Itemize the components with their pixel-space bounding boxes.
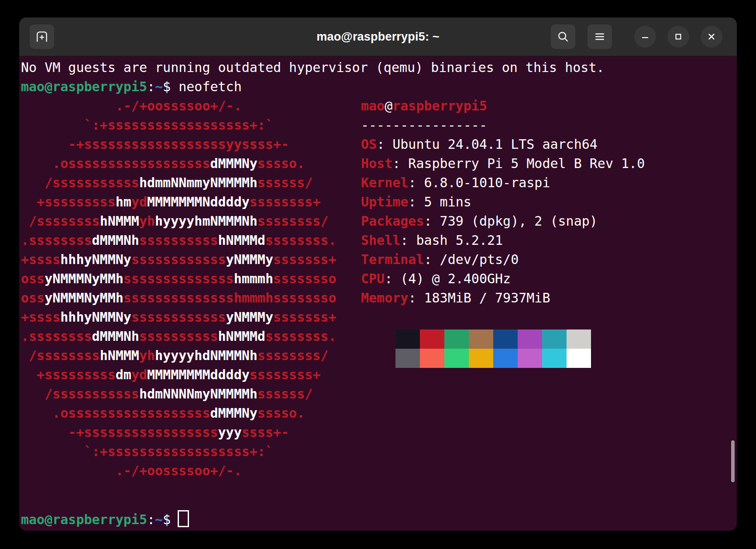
palette-swatch [420,329,444,349]
output-line: No VM guests are running outdated hyperv… [21,58,605,77]
info-row: Terminal: /dev/pts/0 [361,250,645,269]
info-title-host: raspberrypi5 [392,98,487,113]
terminal-window: mao@raspberrypi5: ~ No VM guests are run… [19,17,737,531]
terminal-cursor [178,510,189,527]
info-row: Memory: 183MiB / 7937MiB [361,288,645,308]
headerbar: mao@raspberrypi5: ~ [19,17,737,56]
info-row: OS: Ubuntu 24.04.1 LTS aarch64 [361,135,645,154]
prompt-symbol: $ [163,79,171,94]
window-title: mao@raspberrypi5: ~ [19,17,737,56]
palette-swatch [567,329,591,349]
info-row: Kernel: 6.8.0-1010-raspi [361,173,645,192]
info-title: mao@raspberrypi5 [361,96,645,116]
info-row: Shell: bash 5.2.21 [361,231,645,250]
palette-swatch [542,349,567,368]
palette-swatch [444,349,469,368]
ascii-art-line: `:+ssssssssssssssssss+:` [21,442,605,461]
color-palette [395,329,591,368]
info-row: Uptime: 5 mins [361,192,645,212]
close-button[interactable] [701,26,722,48]
neofetch-info: mao@raspberrypi5 ---------------- OS: Ub… [361,96,645,308]
neofetch-info-rows: OS: Ubuntu 24.04.1 LTS aarch64Host: Rasp… [361,135,645,308]
prompt-path: ~ [155,79,163,94]
ascii-art-line: +sssshhhyNMMNyssssssssssssyNMMMysssssss+ [21,308,605,327]
info-row: CPU: (4) @ 2.400GHz [361,269,645,288]
prompt-command: neofetch [179,79,242,94]
palette-swatch [444,329,469,349]
palette-swatch [469,329,493,349]
scrollbar-thumb[interactable] [731,440,735,482]
shell-prompt: mao@raspberrypi5:~$ neofetch [21,77,605,96]
info-underline: ---------------- [361,116,645,135]
terminal-screen[interactable]: No VM guests are running outdated hyperv… [19,56,737,531]
search-icon [557,30,570,43]
maximize-button[interactable] [667,26,689,48]
palette-swatch [469,349,493,368]
minimize-icon [639,31,651,42]
palette-swatch [567,349,591,368]
palette-swatch [493,349,518,368]
minimize-button[interactable] [634,26,656,48]
search-button[interactable] [551,24,575,49]
info-title-user: mao [361,98,385,113]
prompt-separator: : [147,79,155,94]
prompt-user-host: mao@raspberrypi5 [21,79,147,94]
ascii-art-line: .ossssssssssssssssssdMMMNysssso. [21,404,605,423]
ascii-art-line: -+sssssssssssssssssyyyssss+- [21,423,605,442]
ascii-art-line: +sssssssssdmydMMMMMMMMddddyssssssss+ [21,365,605,384]
prompt-separator: : [147,512,155,527]
palette-swatch [395,329,420,349]
close-icon [706,31,717,42]
palette-swatch [518,349,542,368]
palette-swatch [395,349,420,368]
shell-prompt-bottom: mao@raspberrypi5:~$ [21,510,189,529]
palette-swatch [420,349,444,368]
palette-swatch [493,329,518,349]
menu-button[interactable] [588,24,612,49]
prompt-symbol: $ [163,512,171,527]
palette-swatch [542,329,567,349]
prompt-path: ~ [155,512,163,527]
ascii-art-line: .-/+oossssoo+/-. [21,461,605,480]
maximize-icon [673,31,684,42]
info-title-at: @ [385,98,392,113]
prompt-user-host: mao@raspberrypi5 [21,512,147,527]
info-row: Host: Raspberry Pi 5 Model B Rev 1.0 [361,154,645,173]
hamburger-icon [593,30,606,43]
palette-swatch [518,329,542,349]
info-row: Packages: 739 (dpkg), 2 (snap) [361,212,645,231]
ascii-art-line: /ssssssssssshdmNNNNmyNMMMMhssssss/ [21,384,605,404]
